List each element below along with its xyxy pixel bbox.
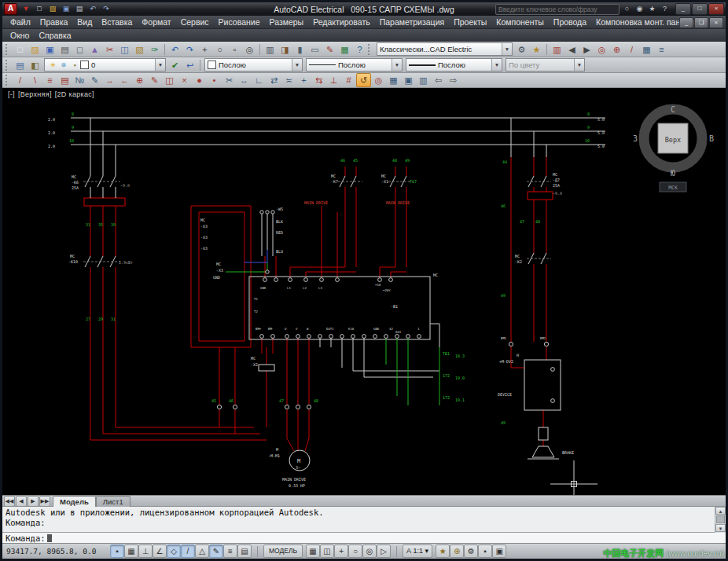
infocenter-search-input[interactable] [495, 4, 620, 15]
ace-plc-button[interactable]: ▥ [416, 73, 431, 87]
tab-last-button[interactable]: ▶▶ [39, 496, 50, 507]
command-scrollbar[interactable]: ▲ ▼ [715, 507, 726, 533]
ace-edit-component-button[interactable]: ✎ [147, 73, 162, 87]
ace-scoot-button[interactable]: ⇄ [267, 73, 281, 87]
navwheel-south-label[interactable]: Ю [671, 169, 675, 178]
show-motion-button[interactable]: ▷ [377, 544, 391, 558]
steering-wheel-button[interactable]: ◎ [362, 544, 377, 558]
drawing-canvas[interactable]: [-][Верхняя][2D каркас] [2, 88, 726, 495]
scroll-up-icon[interactable]: ▲ [715, 507, 726, 515]
communication-center-icon[interactable]: ◉ [634, 3, 645, 15]
ace-copy-component-button[interactable]: ◫ [162, 73, 177, 87]
ace-reports-button[interactable]: ≡ [654, 42, 669, 57]
ace-next-button[interactable]: ⇨ [446, 73, 461, 87]
menu-item[interactable]: Формат [137, 16, 175, 28]
scroll-thumb[interactable] [716, 515, 725, 523]
workspace-dropdown[interactable]: Классически...CAD Electric▼ [377, 42, 513, 56]
viewport-control[interactable]: [-] [8, 90, 15, 98]
menu-item[interactable]: Параметризация [375, 16, 450, 28]
match-properties-button[interactable]: ✑ [147, 42, 162, 57]
properties-button[interactable]: ▥ [263, 42, 278, 57]
ducs-toggle[interactable]: △ [195, 544, 209, 558]
ace-insert-dot-button[interactable]: • [207, 73, 222, 87]
workspace-settings-button[interactable]: ⚙ [514, 42, 529, 57]
ace-insert-wire-button[interactable]: / [13, 73, 28, 87]
ace-update-signal-button[interactable]: ↺ [356, 73, 371, 87]
ace-reverse-block-button[interactable]: ⇆ [311, 73, 326, 87]
menu-item[interactable]: Редактировать [308, 16, 375, 28]
ace-prev-button[interactable]: ⇦ [431, 73, 446, 87]
clean-screen-button[interactable]: ▣ [492, 544, 506, 558]
annotation-scale-button[interactable]: А 1:1 ▾ [403, 544, 432, 558]
snap-toggle[interactable]: ▪ [110, 544, 124, 558]
annotation-visibility-button[interactable]: ★ [436, 544, 450, 558]
make-object-layer-current-button[interactable]: ✔ [167, 58, 182, 72]
ace-move-component-button[interactable]: + [296, 73, 311, 87]
command-history[interactable]: Autodesk или в приложении, лицензированн… [2, 507, 726, 533]
otrack-toggle[interactable]: / [181, 544, 195, 558]
scroll-down-icon[interactable]: ▼ [715, 524, 726, 532]
layer-on-icon[interactable]: ☀ [47, 58, 58, 72]
cut-button[interactable]: ✂ [102, 42, 117, 57]
autocad-logo-icon[interactable]: A [4, 3, 17, 15]
menu-browser-button[interactable]: ▼ [20, 3, 32, 15]
layer-dropdown[interactable]: ☀❄▪ 0 ▼ [44, 58, 166, 72]
quick-calc-button[interactable]: ▦ [337, 42, 352, 57]
open-button[interactable]: ▨ [28, 42, 42, 57]
tab-next-button[interactable]: ▶ [28, 496, 39, 507]
plot-button[interactable]: ▤ [73, 3, 86, 15]
favorites-icon[interactable]: ★ [646, 3, 658, 15]
publish-button[interactable]: ▲ [87, 42, 102, 57]
linetype-dropdown[interactable]: Послою▼ [306, 58, 403, 72]
dyn-toggle[interactable]: ✎ [209, 544, 223, 558]
zoom-realtime-button[interactable]: ○ [212, 42, 227, 57]
my-workspace-button[interactable]: ★ [529, 42, 544, 57]
copy-button[interactable]: ◫ [117, 42, 132, 57]
ace-insert-wire-22-button[interactable]: \ [28, 73, 42, 87]
undo-button[interactable]: ↶ [86, 3, 99, 15]
plot-button[interactable]: ▤ [57, 42, 72, 57]
menu-item[interactable]: Рисование [214, 16, 265, 28]
tab-layout1[interactable]: Лист1 [96, 496, 131, 507]
menu-item[interactable]: Компоненты [491, 16, 549, 28]
ace-edit-wire-number-button[interactable]: ✎ [87, 73, 102, 87]
help-icon[interactable]: ? [659, 3, 671, 15]
tab-first-button[interactable]: ◀◀ [4, 496, 15, 507]
layer-properties-button[interactable]: ▤ [13, 58, 28, 72]
viewport-control[interactable]: [2D каркас] [55, 90, 94, 98]
sheet-set-manager-button[interactable]: ▭ [307, 42, 322, 57]
ace-insert-wire-button[interactable]: / [624, 42, 639, 57]
quick-view-drawings-button[interactable]: ◫ [320, 544, 334, 558]
menu-item[interactable]: Провода [549, 16, 591, 28]
ace-insert-component-button[interactable]: ⊕ [609, 42, 624, 57]
ace-insert-terminal-button[interactable]: ● [192, 73, 207, 87]
redo-button[interactable]: ↷ [182, 42, 197, 57]
layer-lock-icon[interactable]: ▪ [69, 58, 80, 72]
osnap-toggle[interactable]: ◇ [167, 544, 181, 558]
model-space-button[interactable]: МОДЕЛЬ [263, 544, 303, 558]
ace-destination-arrow-button[interactable]: ← [117, 73, 132, 87]
layer-previous-button[interactable]: ↩ [182, 58, 197, 72]
undo-button[interactable]: ↶ [167, 42, 182, 57]
menu-item[interactable]: Размеры [265, 16, 309, 28]
help-button[interactable]: ? [352, 42, 367, 57]
toolbar-grip[interactable] [6, 75, 10, 86]
toolbar-lock-button[interactable]: ▪ [478, 544, 492, 558]
quick-view-layouts-button[interactable]: ▦ [306, 544, 320, 558]
ace-project-manager-button[interactable]: ▥ [550, 42, 564, 57]
ace-source-arrow-button[interactable]: → [102, 73, 117, 87]
child-restore-button[interactable]: ❏ [694, 17, 708, 28]
menu-item[interactable]: Вид [72, 16, 97, 28]
ace-panel-layout-button[interactable]: ▦ [639, 42, 654, 57]
zoom-button[interactable]: ○ [348, 544, 362, 558]
menu-item[interactable]: Вставка [97, 16, 137, 28]
save-button[interactable]: ▣ [42, 42, 57, 57]
grid-toggle[interactable]: ▦ [124, 544, 138, 558]
zoom-window-button[interactable]: ▫ [227, 42, 242, 57]
ace-footprint-button[interactable]: ▣ [401, 73, 416, 87]
qp-toggle[interactable]: ▤ [237, 544, 252, 558]
color-dropdown[interactable]: Послою▼ [204, 58, 303, 72]
tab-model[interactable]: Модель [53, 496, 96, 507]
navwheel-east-label[interactable]: В [709, 134, 714, 143]
ace-stretch-wire-button[interactable]: ↔ [237, 73, 252, 87]
